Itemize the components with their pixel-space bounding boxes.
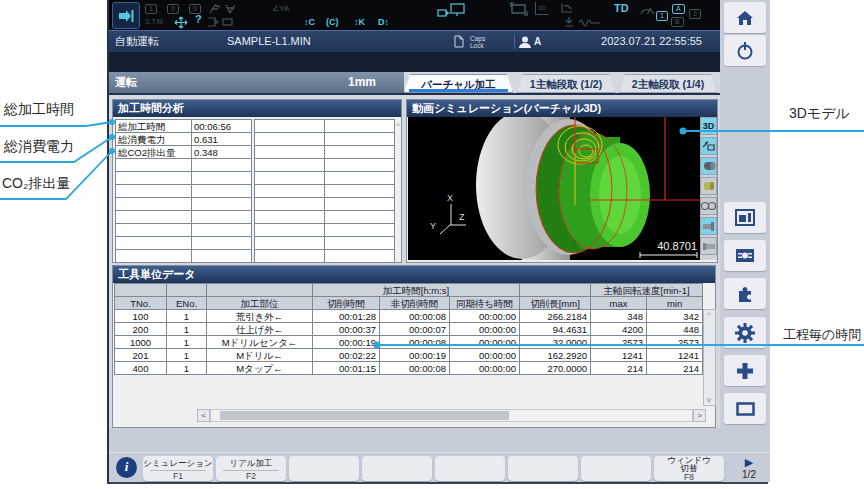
function-key[interactable] (289, 456, 359, 481)
user-icon (519, 36, 531, 48)
scroll-down-icon[interactable]: v (707, 396, 711, 404)
time-analysis-empty-row[interactable] (255, 198, 395, 211)
scale-value-label: 40.8701 (657, 240, 697, 252)
scroll-up-icon[interactable]: ^ (396, 122, 400, 130)
tool-status-icon-1 (209, 3, 222, 15)
function-key-bar: i シミュレーション F1 リアル加工 F2 (109, 452, 770, 482)
time-analysis-empty-row[interactable] (255, 185, 395, 198)
view-both-spindles-button[interactable] (700, 197, 717, 215)
callout-line-total-time (0, 122, 112, 126)
time-analysis-empty-row[interactable] (255, 159, 395, 172)
tool-data-table: 加工時間[h:m:s] 主軸回転速度[min-1] TNo. ENo. 加工部位… (114, 283, 703, 375)
time-analysis-row[interactable] (116, 250, 252, 263)
scroll-left-button[interactable]: < (197, 409, 210, 422)
hscroll-track[interactable] (210, 409, 693, 422)
time-analysis-empty-row[interactable] (255, 172, 395, 185)
time-analysis-empty-row[interactable] (255, 224, 395, 237)
info-button[interactable]: i (116, 457, 137, 478)
time-analysis-row[interactable] (116, 224, 252, 237)
simulation-viewport[interactable]: X Z Y 40.8701 (408, 117, 700, 260)
tab-virtual-machining[interactable]: バーチャル加工 (404, 74, 513, 93)
pager-next-icon[interactable]: ▶ (732, 456, 766, 469)
tool-view-icon (702, 140, 715, 152)
time-analysis-empty-row[interactable] (255, 250, 395, 263)
tool-data-row[interactable]: 201 1 Mドリル← 00:02:22 00:00:19 00:00:00 1… (115, 349, 703, 362)
time-analysis-empty-row[interactable] (255, 211, 395, 224)
time-analysis-title: 加工時間分析 (113, 100, 401, 117)
window-button[interactable] (724, 393, 766, 424)
time-analysis-empty-row[interactable] (255, 133, 395, 146)
view-stock-button[interactable] (700, 177, 717, 195)
time-analysis-row[interactable]: 総消費電力0.631 (116, 133, 252, 146)
function-key[interactable] (581, 456, 651, 481)
machine-panel-button[interactable] (724, 202, 766, 233)
function-key[interactable] (508, 456, 578, 481)
group-header-time: 加工時間[h:m:s] (313, 284, 520, 297)
time-analysis-empty-row[interactable] (255, 120, 395, 133)
hscroll-thumb[interactable] (220, 411, 509, 420)
time-analysis-panel: 加工時間分析 総加工時間00:06:56 総消費電力0.631 (112, 99, 402, 263)
network-transfer-icon (437, 3, 465, 17)
program-name: SAMPLE-L1.MIN (227, 31, 311, 52)
time-analysis-row[interactable]: 総加工時間00:06:56 (116, 120, 252, 133)
simulation-title: 動画シミュレーション(バーチャル3D) (407, 100, 717, 117)
power-button[interactable] (724, 35, 766, 66)
time-analysis-row[interactable] (116, 237, 252, 250)
function-key[interactable]: リアル加工 F2 (216, 456, 286, 481)
function-key[interactable] (362, 456, 432, 481)
function-key-pager[interactable]: ▶ 1/2 (732, 456, 766, 481)
time-analysis-row[interactable] (116, 172, 252, 185)
time-analysis-row[interactable] (116, 211, 252, 224)
chuck-clamp-icon-1: ↕C (304, 17, 315, 27)
time-analysis-empty-row[interactable] (255, 237, 395, 250)
table-vertical-scrollbar[interactable]: ^ v (703, 309, 716, 406)
view-toolbar: 3D (700, 117, 717, 260)
svg-text:Z: Z (459, 212, 465, 222)
tool-data-row[interactable]: 200 1 仕上げ外← 00:00:37 00:00:07 00:00:00 9… (115, 323, 703, 336)
table-horizontal-scrollbar[interactable]: < > (197, 409, 706, 422)
pager-page-label: 1/2 (732, 469, 766, 480)
settings-button[interactable] (724, 317, 766, 348)
tailstock-icon (702, 242, 716, 251)
time-analysis-row[interactable] (116, 159, 252, 172)
function-key[interactable]: ウィンドウ 切替 F8 (654, 456, 724, 481)
home-button[interactable] (724, 2, 766, 33)
screen-advance-button[interactable] (112, 2, 140, 29)
tab-spindle2-setup[interactable]: 2主軸段取 (1/4) (619, 74, 717, 93)
view-tailstock-button[interactable] (700, 237, 717, 255)
view-workpiece-button[interactable] (700, 157, 717, 175)
caps-lock-indicator: Caps Lock (470, 35, 485, 49)
axis-move-icon (174, 16, 188, 29)
td-mode-label: TD (614, 3, 629, 13)
chuck-status-icon-2: 0 (167, 4, 179, 14)
function-keys: シミュレーション F1 リアル加工 F2 (143, 456, 724, 481)
operation-panel-button[interactable] (724, 240, 766, 271)
time-analysis-row[interactable] (116, 198, 252, 211)
time-analysis-row[interactable]: 総CO2排出量0.348 (116, 146, 252, 159)
time-analysis-row[interactable] (116, 185, 252, 198)
view-chuck-button[interactable] (700, 217, 717, 235)
scale-label: 1mm (348, 72, 376, 93)
stm-label: S.T.M (145, 17, 163, 27)
tool-data-row[interactable]: 100 1 荒引き外← 00:01:28 00:00:08 00:00:00 2… (115, 310, 703, 323)
datetime-label: 2023.07.21 22:55:55 (601, 31, 702, 52)
annotation-process-time: 工程毎の時間 (783, 326, 861, 344)
function-key[interactable]: シミュレーション F1 (143, 456, 213, 481)
chuck-clamp-icon-4: D↕ (378, 17, 389, 27)
view-tool-button[interactable] (700, 137, 717, 155)
chuck-status-icon-1: 1 (145, 4, 157, 14)
time-analysis-empty-row[interactable] (255, 146, 395, 159)
axes-3d-icon: 3D (535, 2, 548, 15)
tool-data-row[interactable]: 1000 1 Mドリルセンタ← 00:00:19 00:00:08 00:00:… (115, 336, 703, 349)
view-3d-button[interactable]: 3D (700, 117, 717, 135)
scroll-up-icon[interactable]: ^ (707, 311, 711, 319)
machine-front-icon (735, 209, 755, 226)
maintenance-button[interactable] (724, 355, 766, 386)
workpiece-3d-view: X Z Y 40.8701 (408, 117, 700, 260)
tool-data-row[interactable]: 400 1 Mタップ← 00:01:15 00:00:08 00:00:00 2… (115, 362, 703, 375)
tab-spindle1-setup[interactable]: 1主軸段取 (1/2) (517, 74, 615, 93)
function-key[interactable] (435, 456, 505, 481)
drop-stop-icon (564, 17, 574, 28)
scroll-right-button[interactable]: > (693, 409, 706, 422)
applications-button[interactable] (724, 278, 766, 309)
